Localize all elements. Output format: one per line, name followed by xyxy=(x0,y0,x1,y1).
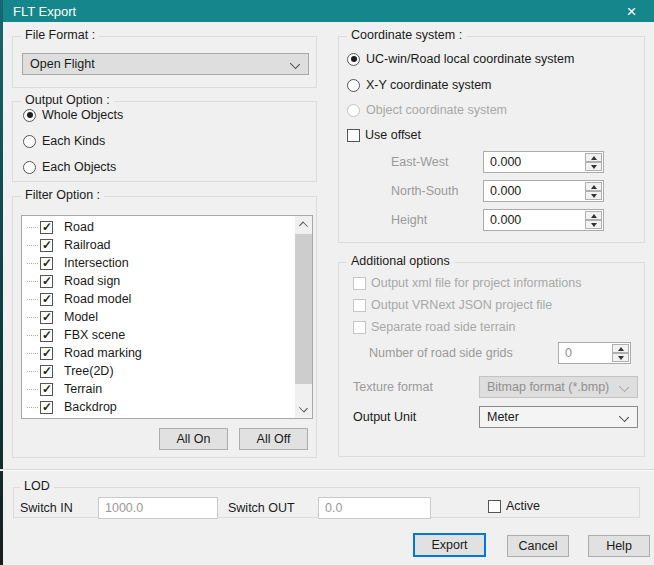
scroll-down-button[interactable] xyxy=(295,401,312,418)
height-field[interactable]: 0.000 xyxy=(483,209,604,231)
scrollbar-thumb[interactable] xyxy=(295,234,312,384)
list-item[interactable]: Road model xyxy=(22,290,312,308)
list-item[interactable]: Road sign xyxy=(22,272,312,290)
filter-item-checkbox[interactable] xyxy=(40,311,53,324)
export-button[interactable]: Export xyxy=(413,533,486,557)
radio-each-objects[interactable]: Each Objects xyxy=(23,160,116,174)
list-item[interactable]: Terrain xyxy=(22,380,312,398)
all-on-button[interactable]: All On xyxy=(159,428,228,450)
spin-down-button[interactable] xyxy=(585,162,602,171)
title-bar[interactable]: FLT Export × xyxy=(3,0,654,22)
chevron-down-icon xyxy=(290,59,300,69)
list-item-partial[interactable] xyxy=(22,416,312,419)
filter-item-checkbox[interactable] xyxy=(40,365,53,378)
help-button[interactable]: Help xyxy=(588,535,650,557)
lod-label: LOD xyxy=(20,479,54,493)
all-on-label: All On xyxy=(176,432,210,446)
filter-option-label: Filter Option : xyxy=(21,188,104,202)
height-spinner[interactable] xyxy=(585,211,602,229)
checkbox-icon xyxy=(353,299,366,312)
switch-in-label: Switch IN xyxy=(20,501,73,515)
radio-xy-coordinate[interactable]: X-Y coordinate system xyxy=(347,78,492,92)
filter-item-checkbox[interactable] xyxy=(40,293,53,306)
list-item[interactable]: Model xyxy=(22,308,312,326)
radio-whole-objects[interactable]: Whole Objects xyxy=(23,108,123,122)
filter-item-checkbox[interactable] xyxy=(40,329,53,342)
cancel-button[interactable]: Cancel xyxy=(507,535,569,557)
output-xml-label: Output xml file for project informations xyxy=(371,276,582,290)
filter-list[interactable]: Road Railroad Intersection Road sign Roa xyxy=(21,215,313,419)
export-label: Export xyxy=(431,538,467,552)
north-south-label: North-South xyxy=(391,184,458,198)
list-item[interactable]: Road xyxy=(22,218,312,236)
radio-label: Each Objects xyxy=(42,160,116,174)
coordinate-system-label: Coordinate system : xyxy=(347,28,466,42)
output-xml-checkbox: Output xml file for project informations xyxy=(353,276,582,290)
background-window-edge xyxy=(0,0,3,565)
tree-line xyxy=(27,353,38,354)
list-item[interactable]: Backdrop xyxy=(22,398,312,416)
tree-line xyxy=(27,407,38,408)
filter-item-checkbox[interactable] xyxy=(40,419,53,420)
radio-ucwin-road-local[interactable]: UC-win/Road local coordinate system xyxy=(347,52,574,66)
texture-format-combobox: Bitmap format (*.bmp) xyxy=(479,376,638,398)
north-south-field[interactable]: 0.000 xyxy=(483,180,604,202)
output-vrnext-json-checkbox: Output VRNext JSON project file xyxy=(353,298,552,312)
filter-item-label: Road sign xyxy=(64,274,120,288)
filter-item-checkbox[interactable] xyxy=(40,275,53,288)
road-side-grids-label: Number of road side grids xyxy=(369,346,513,360)
road-side-grids-field: 0 xyxy=(558,342,631,364)
all-off-button[interactable]: All Off xyxy=(239,428,308,450)
filter-item-checkbox[interactable] xyxy=(40,347,53,360)
file-format-combobox[interactable]: Open Flight xyxy=(22,53,309,75)
spin-down-button[interactable] xyxy=(585,191,602,200)
filter-item-label: Road model xyxy=(64,292,131,306)
tree-line xyxy=(27,317,38,318)
separator xyxy=(0,469,654,471)
filter-item-label: Railroad xyxy=(64,238,111,252)
list-item[interactable]: Road marking xyxy=(22,344,312,362)
switch-in-field: 1000.0 xyxy=(98,497,218,519)
list-item[interactable]: FBX scene xyxy=(22,326,312,344)
list-item[interactable]: Intersection xyxy=(22,254,312,272)
output-unit-label: Output Unit xyxy=(353,410,416,424)
active-checkbox[interactable]: Active xyxy=(488,499,540,513)
chevron-down-icon xyxy=(619,382,629,392)
chevron-down-icon xyxy=(299,404,308,413)
list-item[interactable]: Railroad xyxy=(22,236,312,254)
spin-up-button[interactable] xyxy=(585,182,602,191)
spin-up-button[interactable] xyxy=(585,153,602,162)
separate-road-side-terrain-checkbox: Separate road side terrain xyxy=(353,320,516,334)
arrow-down-icon xyxy=(591,194,597,198)
radio-label: X-Y coordinate system xyxy=(366,78,492,92)
radio-icon xyxy=(23,161,36,174)
filter-option-group: Filter Option : Road Railroad Intersecti… xyxy=(12,196,317,458)
tree-line xyxy=(27,335,38,336)
radio-label: Whole Objects xyxy=(42,108,123,122)
output-unit-combobox[interactable]: Meter xyxy=(479,406,638,428)
spin-up-button[interactable] xyxy=(585,211,602,220)
spin-down-button xyxy=(612,353,629,362)
close-button[interactable]: × xyxy=(609,0,654,22)
north-south-spinner[interactable] xyxy=(585,182,602,200)
filter-item-checkbox[interactable] xyxy=(40,221,53,234)
list-item[interactable]: Tree(2D) xyxy=(22,362,312,380)
filter-item-checkbox[interactable] xyxy=(40,239,53,252)
east-west-spinner[interactable] xyxy=(585,153,602,171)
flt-export-dialog: FLT Export × File Format : Open Flight O… xyxy=(0,0,654,565)
help-label: Help xyxy=(606,539,632,553)
arrow-up-icon xyxy=(591,156,597,160)
scroll-up-button[interactable] xyxy=(295,216,312,233)
filter-item-checkbox[interactable] xyxy=(40,257,53,270)
filter-item-checkbox[interactable] xyxy=(40,401,53,414)
radio-label: Object coordinate system xyxy=(366,103,507,117)
additional-options-group: Additional options Output xml file for p… xyxy=(338,262,645,457)
filter-item-label: Tree(2D) xyxy=(64,364,114,378)
scrollbar[interactable] xyxy=(295,216,312,418)
use-offset-checkbox[interactable]: Use offset xyxy=(347,128,421,142)
filter-item-checkbox[interactable] xyxy=(40,383,53,396)
spin-down-button[interactable] xyxy=(585,220,602,229)
east-west-field[interactable]: 0.000 xyxy=(483,151,604,173)
lod-group: LOD Switch IN 1000.0 Switch OUT 0.0 Acti… xyxy=(13,487,640,518)
radio-each-kinds[interactable]: Each Kinds xyxy=(23,134,105,148)
